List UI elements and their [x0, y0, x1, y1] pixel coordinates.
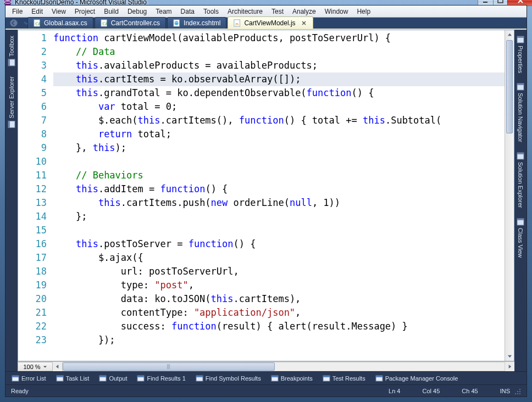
menu-project[interactable]: Project	[70, 7, 99, 16]
zoom-value: 100 %	[23, 364, 40, 370]
code-line[interactable]: this.postToServer = function() {	[53, 237, 505, 251]
svg-rect-39	[376, 376, 383, 377]
chevron-down-icon	[43, 365, 47, 369]
svg-rect-13	[8, 59, 10, 66]
menu-debug[interactable]: Debug	[123, 7, 151, 16]
code-line[interactable]: var total = 0;	[53, 100, 505, 114]
tab-close-button[interactable]	[301, 20, 307, 26]
menu-analyze[interactable]: Analyze	[288, 7, 320, 16]
document-tab-label: Global.asax.cs	[44, 19, 87, 27]
svg-point-43	[515, 393, 516, 394]
status-insert-mode: INS	[500, 388, 510, 394]
document-tab[interactable]: C#CartController.cs	[95, 17, 166, 29]
document-tab-label: CartViewModel.js	[244, 19, 295, 27]
svg-rect-17	[517, 36, 524, 38]
menu-tools[interactable]: Tools	[199, 7, 223, 16]
code-line[interactable]: this.cartItems.push(new orderLine(null, …	[53, 196, 505, 210]
code-line[interactable]: return total;	[53, 127, 505, 141]
right-tool-rail: PropertiesSolution NavigatorSolution Exp…	[514, 30, 527, 371]
code-line[interactable]: this.availableProducts = availableProduc…	[53, 59, 505, 72]
scroll-thumb[interactable]	[506, 40, 513, 133]
code-line[interactable]: data: ko.toJSON(this.cartItems),	[53, 292, 505, 306]
status-ready: Ready	[11, 388, 29, 394]
svg-rect-37	[323, 376, 330, 377]
code-line[interactable]: type: "post",	[53, 278, 505, 292]
document-tab[interactable]: JSCartViewModel.js	[228, 16, 313, 29]
code-line[interactable]: });	[53, 333, 505, 347]
code-line[interactable]: // Data	[53, 45, 505, 59]
svg-rect-19	[517, 83, 524, 85]
code-line[interactable]: contentType: "application/json",	[53, 306, 505, 320]
svg-point-44	[517, 393, 518, 394]
panel-tab-solution-explorer[interactable]: Solution Explorer	[515, 148, 526, 212]
code-line[interactable]: this.grandTotal = ko.dependentObservable…	[53, 86, 505, 100]
menu-build[interactable]: Build	[99, 7, 123, 16]
menu-view[interactable]: View	[47, 7, 70, 16]
panel-tab-server-explorer[interactable]: Server Explorer	[6, 72, 17, 132]
svg-rect-35	[271, 376, 278, 377]
panel-tab-class-view[interactable]: Class View	[515, 214, 526, 261]
hscroll-thumb[interactable]	[63, 362, 275, 371]
menu-window[interactable]: Window	[320, 7, 353, 16]
output-tab-package-manager-console[interactable]: Package Manager Console	[372, 373, 462, 384]
scroll-down-button[interactable]	[505, 351, 514, 361]
output-tab-output[interactable]: Output	[95, 373, 131, 384]
menu-bar: FileEditViewProjectBuildDebugTeamDataToo…	[5, 5, 527, 18]
output-tab-breakpoints[interactable]: Breakpoints	[267, 373, 317, 384]
menu-team[interactable]: Team	[151, 7, 176, 16]
output-tab-test-results[interactable]: Test Results	[319, 373, 369, 384]
window-frame: KnockoutJsonDemo - Microsoft Visual Stud…	[0, 0, 532, 402]
horizontal-scrollbar[interactable]	[53, 362, 514, 371]
scroll-right-button[interactable]	[505, 362, 514, 371]
panel-tab-solution-navigator[interactable]: Solution Navigator	[515, 79, 526, 146]
panel-tab-properties[interactable]: Properties	[515, 32, 526, 77]
code-line[interactable]: success: function(result) { alert(result…	[53, 320, 505, 333]
menu-data[interactable]: Data	[176, 7, 199, 16]
document-tab-label: CartController.cs	[111, 19, 160, 27]
menu-test[interactable]: Test	[267, 7, 288, 16]
svg-rect-29	[99, 376, 106, 377]
code-line[interactable]	[53, 155, 505, 169]
svg-rect-2	[498, 0, 503, 3]
code-line[interactable]	[53, 224, 505, 237]
code-line[interactable]: // Behaviors	[53, 169, 505, 182]
file-icon	[173, 19, 181, 27]
svg-rect-15	[8, 121, 10, 127]
svg-text:C#: C#	[36, 21, 41, 26]
document-tab[interactable]: C#Global.asax.cs	[27, 17, 93, 29]
menu-help[interactable]: Help	[352, 7, 375, 16]
code-line[interactable]: function cartViewModel(availableProducts…	[53, 31, 505, 45]
code-line[interactable]: };	[53, 210, 505, 224]
document-tab[interactable]: Index.cshtml	[167, 17, 226, 29]
svg-point-42	[519, 391, 520, 392]
menu-file[interactable]: File	[8, 7, 27, 16]
vertical-scrollbar[interactable]	[505, 30, 514, 361]
svg-point-41	[517, 391, 518, 392]
scroll-left-button[interactable]	[53, 362, 62, 371]
nav-back-button[interactable]	[8, 18, 20, 29]
menu-edit[interactable]: Edit	[27, 7, 47, 16]
code-line[interactable]: $.ajax({	[53, 251, 505, 265]
code-line[interactable]: this.cartItems = ko.observableArray([]);	[53, 72, 505, 86]
code-editor: 1234567891011121314151617181920212223 fu…	[18, 30, 514, 371]
output-tab-error-list[interactable]: Error List	[8, 373, 50, 384]
code-line[interactable]: url: postToServerUrl,	[53, 265, 505, 278]
code-line[interactable]: $.each(this.cartItems(), function() { to…	[53, 114, 505, 127]
status-char: Ch 45	[462, 388, 478, 394]
menu-architecture[interactable]: Architecture	[223, 7, 267, 16]
output-window-tabs: Error ListTask ListOutputFind Results 1F…	[5, 371, 527, 384]
panel-tab-toolbox[interactable]: Toolbox	[6, 32, 17, 70]
output-tab-task-list[interactable]: Task List	[52, 373, 93, 384]
document-tab-strip: C#Global.asax.csC#CartController.csIndex…	[5, 18, 527, 30]
zoom-level-dropdown[interactable]: 100 %	[18, 362, 53, 371]
output-tab-find-symbol-results[interactable]: Find Symbol Results	[192, 373, 265, 384]
scroll-up-button[interactable]	[505, 30, 514, 40]
status-line: Ln 4	[389, 388, 400, 394]
output-tab-find-results-1[interactable]: Find Results 1	[133, 373, 189, 384]
code-line[interactable]: this.addItem = function() {	[53, 182, 505, 196]
code-area[interactable]: function cartViewModel(availableProducts…	[53, 30, 505, 361]
file-icon: JS	[234, 19, 241, 27]
code-line[interactable]: }, this);	[53, 141, 505, 155]
resize-grip-icon[interactable]	[513, 387, 521, 395]
svg-point-9	[175, 21, 179, 25]
